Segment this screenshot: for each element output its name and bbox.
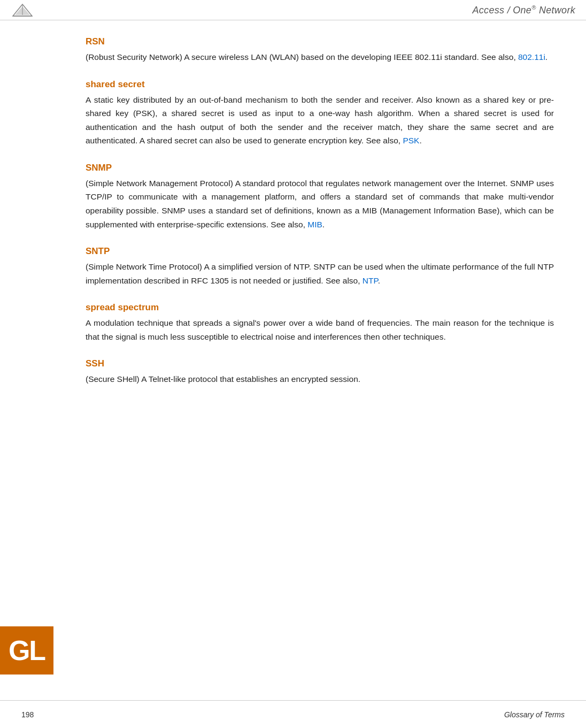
term-sntp-body: (Simple Network Time Protocol) A a simpl…	[86, 260, 554, 287]
term-spread-spectrum-title: spread spectrum	[86, 302, 554, 313]
term-sntp-title: SNTP	[86, 246, 554, 257]
footer-page-number: 198	[21, 710, 34, 719]
link-802-11i[interactable]: 802.11i	[518, 52, 545, 62]
link-ntp[interactable]: NTP	[363, 276, 378, 285]
term-spread-spectrum-body: A modulation technique that spreads a si…	[86, 316, 554, 343]
main-content: RSN (Robust Security Network) A secure w…	[0, 20, 586, 444]
header-title: Access / One® Network	[473, 4, 575, 16]
term-sntp: SNTP (Simple Network Time Protocol) A a …	[86, 246, 554, 287]
footer-section-title: Glossary of Terms	[504, 710, 565, 719]
term-snmp-body: (Simple Network Management Protocol) A s…	[86, 177, 554, 231]
logo-icon	[11, 3, 34, 17]
term-spread-spectrum: spread spectrum A modulation technique t…	[86, 302, 554, 343]
term-ssh: SSH (Secure SHell) A Telnet-like protoco…	[86, 358, 554, 386]
term-snmp-title: SNMP	[86, 163, 554, 173]
term-shared-secret: shared secret A static key distributed b…	[86, 79, 554, 148]
link-psk[interactable]: PSK	[403, 136, 419, 145]
term-ssh-title: SSH	[86, 358, 554, 369]
page-footer: 198 Glossary of Terms	[0, 700, 586, 728]
gl-section-badge: GL	[0, 626, 53, 675]
header-suffix: Network	[536, 5, 575, 16]
term-snmp: SNMP (Simple Network Management Protocol…	[86, 163, 554, 231]
link-mib[interactable]: MIB	[307, 220, 322, 229]
header-sup: ®	[531, 4, 536, 11]
gl-badge-label: GL	[9, 634, 45, 666]
term-shared-secret-body: A static key distributed by an out-of-ba…	[86, 93, 554, 148]
header-brand: Access / One	[473, 5, 532, 16]
logo	[11, 3, 36, 18]
term-rsn-title: RSN	[86, 36, 554, 47]
term-shared-secret-title: shared secret	[86, 79, 554, 90]
term-rsn-body: (Robust Security Network) A secure wirel…	[86, 50, 554, 64]
term-ssh-body: (Secure SHell) A Telnet-like protocol th…	[86, 372, 554, 386]
page-header: Access / One® Network	[0, 0, 586, 20]
term-rsn: RSN (Robust Security Network) A secure w…	[86, 36, 554, 64]
